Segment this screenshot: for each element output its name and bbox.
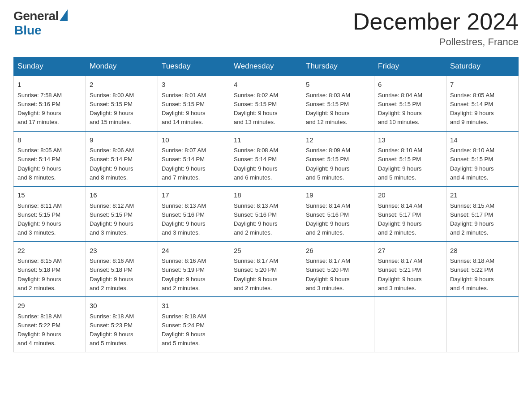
logo-general-text: General xyxy=(13,9,59,23)
table-row: 16Sunrise: 8:12 AMSunset: 5:15 PMDayligh… xyxy=(86,186,158,242)
table-row: 23Sunrise: 8:16 AMSunset: 5:18 PMDayligh… xyxy=(86,242,158,297)
table-row: 15Sunrise: 8:11 AMSunset: 5:15 PMDayligh… xyxy=(14,186,86,242)
day-number: 5 xyxy=(306,80,370,90)
table-row: 3Sunrise: 8:01 AMSunset: 5:15 PMDaylight… xyxy=(158,76,230,131)
table-row: 8Sunrise: 8:05 AMSunset: 5:14 PMDaylight… xyxy=(14,131,86,187)
calendar-week-3: 15Sunrise: 8:11 AMSunset: 5:15 PMDayligh… xyxy=(14,186,519,242)
header-row: Sunday Monday Tuesday Wednesday Thursday… xyxy=(14,57,519,76)
calendar-week-5: 29Sunrise: 8:18 AMSunset: 5:22 PMDayligh… xyxy=(14,297,519,352)
location: Pollestres, France xyxy=(353,36,519,48)
table-row: 17Sunrise: 8:13 AMSunset: 5:16 PMDayligh… xyxy=(158,186,230,242)
day-number: 3 xyxy=(162,80,226,90)
day-number: 15 xyxy=(17,190,82,201)
calendar-table: Sunday Monday Tuesday Wednesday Thursday… xyxy=(13,57,519,352)
col-wednesday: Wednesday xyxy=(230,57,302,76)
day-number: 14 xyxy=(450,135,515,146)
day-number: 27 xyxy=(378,246,442,256)
table-row: 6Sunrise: 8:04 AMSunset: 5:15 PMDaylight… xyxy=(374,76,446,131)
day-number: 30 xyxy=(90,301,154,311)
calendar-week-1: 1Sunrise: 7:58 AMSunset: 5:16 PMDaylight… xyxy=(14,76,519,131)
day-number: 23 xyxy=(90,246,154,256)
day-number: 10 xyxy=(162,135,226,146)
logo-triangle-icon xyxy=(60,9,68,21)
table-row: 19Sunrise: 8:14 AMSunset: 5:16 PMDayligh… xyxy=(302,186,374,242)
col-sunday: Sunday xyxy=(14,57,86,76)
day-number: 1 xyxy=(17,80,82,90)
day-number: 18 xyxy=(234,190,298,201)
table-row: 29Sunrise: 8:18 AMSunset: 5:22 PMDayligh… xyxy=(14,297,86,352)
table-row: 14Sunrise: 8:10 AMSunset: 5:15 PMDayligh… xyxy=(446,131,519,187)
logo: General Blue xyxy=(13,9,68,38)
table-row: 21Sunrise: 8:15 AMSunset: 5:17 PMDayligh… xyxy=(446,186,519,242)
table-row: 18Sunrise: 8:13 AMSunset: 5:16 PMDayligh… xyxy=(230,186,302,242)
month-title: December 2024 xyxy=(353,9,519,34)
table-row: 2Sunrise: 8:00 AMSunset: 5:15 PMDaylight… xyxy=(86,76,158,131)
table-row: 24Sunrise: 8:16 AMSunset: 5:19 PMDayligh… xyxy=(158,242,230,297)
day-number: 31 xyxy=(162,301,226,311)
table-row: 1Sunrise: 7:58 AMSunset: 5:16 PMDaylight… xyxy=(14,76,86,131)
day-number: 25 xyxy=(234,246,298,256)
day-number: 6 xyxy=(378,80,442,90)
day-number: 28 xyxy=(450,246,515,256)
table-row: 31Sunrise: 8:18 AMSunset: 5:24 PMDayligh… xyxy=(158,297,230,352)
table-row: 10Sunrise: 8:07 AMSunset: 5:14 PMDayligh… xyxy=(158,131,230,187)
day-number: 9 xyxy=(90,135,154,146)
table-row xyxy=(374,297,446,352)
logo-blue-text: Blue xyxy=(14,23,42,38)
table-row: 4Sunrise: 8:02 AMSunset: 5:15 PMDaylight… xyxy=(230,76,302,131)
col-saturday: Saturday xyxy=(446,57,519,76)
day-number: 7 xyxy=(450,80,515,90)
day-number: 16 xyxy=(90,190,154,201)
day-number: 12 xyxy=(306,135,370,146)
day-number: 21 xyxy=(450,190,515,201)
day-number: 19 xyxy=(306,190,370,201)
table-row: 13Sunrise: 8:10 AMSunset: 5:15 PMDayligh… xyxy=(374,131,446,187)
day-number: 13 xyxy=(378,135,442,146)
title-area: December 2024 Pollestres, France xyxy=(353,9,519,48)
table-row: 20Sunrise: 8:14 AMSunset: 5:17 PMDayligh… xyxy=(374,186,446,242)
calendar-week-4: 22Sunrise: 8:15 AMSunset: 5:18 PMDayligh… xyxy=(14,242,519,297)
day-number: 17 xyxy=(162,190,226,201)
table-row: 30Sunrise: 8:18 AMSunset: 5:23 PMDayligh… xyxy=(86,297,158,352)
col-friday: Friday xyxy=(374,57,446,76)
day-number: 24 xyxy=(162,246,226,256)
day-number: 4 xyxy=(234,80,298,90)
col-monday: Monday xyxy=(86,57,158,76)
table-row: 26Sunrise: 8:17 AMSunset: 5:20 PMDayligh… xyxy=(302,242,374,297)
table-row xyxy=(302,297,374,352)
day-number: 20 xyxy=(378,190,442,201)
table-row: 11Sunrise: 8:08 AMSunset: 5:14 PMDayligh… xyxy=(230,131,302,187)
day-number: 2 xyxy=(90,80,154,90)
day-number: 26 xyxy=(306,246,370,256)
col-thursday: Thursday xyxy=(302,57,374,76)
page-header: General Blue December 2024 Pollestres, F… xyxy=(13,9,519,48)
table-row: 28Sunrise: 8:18 AMSunset: 5:22 PMDayligh… xyxy=(446,242,519,297)
table-row: 9Sunrise: 8:06 AMSunset: 5:14 PMDaylight… xyxy=(86,131,158,187)
calendar-week-2: 8Sunrise: 8:05 AMSunset: 5:14 PMDaylight… xyxy=(14,131,519,187)
table-row: 22Sunrise: 8:15 AMSunset: 5:18 PMDayligh… xyxy=(14,242,86,297)
day-number: 11 xyxy=(234,135,298,146)
table-row: 25Sunrise: 8:17 AMSunset: 5:20 PMDayligh… xyxy=(230,242,302,297)
table-row: 5Sunrise: 8:03 AMSunset: 5:15 PMDaylight… xyxy=(302,76,374,131)
table-row: 12Sunrise: 8:09 AMSunset: 5:15 PMDayligh… xyxy=(302,131,374,187)
table-row xyxy=(230,297,302,352)
col-tuesday: Tuesday xyxy=(158,57,230,76)
day-number: 29 xyxy=(17,301,82,311)
table-row: 27Sunrise: 8:17 AMSunset: 5:21 PMDayligh… xyxy=(374,242,446,297)
table-row xyxy=(446,297,519,352)
day-number: 8 xyxy=(17,135,82,146)
day-number: 22 xyxy=(17,246,82,256)
table-row: 7Sunrise: 8:05 AMSunset: 5:14 PMDaylight… xyxy=(446,76,519,131)
